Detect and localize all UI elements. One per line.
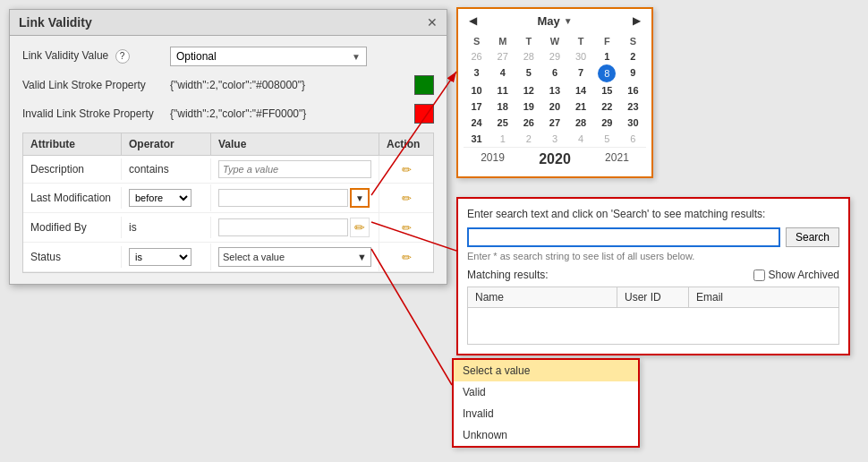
cal-prev-button[interactable]: ◀ (465, 13, 481, 29)
cal-day[interactable]: 24 (464, 115, 489, 131)
cal-month-arrow-icon: ▼ (564, 16, 573, 26)
show-archived-label: Show Archived (769, 269, 839, 281)
day-name-wed: W (541, 34, 567, 48)
cal-day-today[interactable]: 8 (598, 64, 616, 82)
invalid-color-swatch[interactable] (414, 104, 434, 124)
cal-day[interactable]: 5 (594, 131, 620, 147)
table-row: Status is is not Select a value ▼ ✏ (23, 243, 433, 272)
operator-select-lastmod[interactable]: before after on (129, 189, 191, 207)
cal-year-2019[interactable]: 2019 (481, 151, 505, 167)
edit-icon[interactable]: ✏ (402, 163, 412, 176)
cal-day[interactable]: 14 (568, 82, 594, 98)
val-description (211, 156, 379, 183)
col-value: Value (211, 133, 379, 155)
search-input[interactable] (467, 227, 780, 247)
cal-day[interactable]: 2 (620, 48, 646, 64)
action-lastmod: ✏ (379, 187, 433, 210)
validity-value-row: Link Validity Value ? Optional ▼ (22, 47, 434, 66)
cal-day[interactable]: 22 (594, 98, 620, 115)
cal-day[interactable]: 28 (515, 48, 541, 64)
cal-day[interactable]: 15 (594, 82, 620, 98)
cal-grid: S M T W T F S 26 27 28 29 30 1 2 3 4 5 6… (458, 32, 651, 176)
matching-label: Matching results: (467, 269, 549, 281)
close-button[interactable]: ✕ (427, 16, 438, 29)
modified-by-input[interactable] (218, 218, 348, 236)
val-modified-by: ✏ (211, 213, 379, 242)
op-is-modby: is (122, 217, 211, 238)
cal-day[interactable]: 12 (515, 82, 541, 98)
edit-pencil-icon[interactable]: ✏ (350, 218, 370, 237)
col-name: Name (468, 287, 617, 307)
description-input[interactable] (218, 160, 371, 178)
cal-day[interactable]: 13 (541, 82, 567, 98)
cal-day[interactable]: 5 (515, 64, 541, 82)
search-row: Search (467, 227, 839, 247)
cal-year-2020[interactable]: 2020 (539, 151, 571, 167)
search-popup: Enter search text and click on 'Search' … (456, 197, 850, 355)
cal-year-2021[interactable]: 2021 (605, 151, 629, 167)
edit-icon[interactable]: ✏ (402, 221, 412, 235)
cal-day[interactable]: 1 (594, 48, 620, 64)
attr-description: Description (23, 158, 122, 180)
dropdown-option-unknown[interactable]: Unknown (454, 424, 638, 446)
val-last-mod: ▼ (211, 184, 379, 212)
dialog-title: Link Validity (19, 15, 92, 30)
cal-day[interactable]: 21 (568, 98, 594, 115)
cal-day[interactable]: 6 (620, 131, 646, 147)
dropdown-option-valid[interactable]: Valid (454, 381, 638, 403)
cal-day[interactable]: 3 (464, 64, 489, 82)
cal-day[interactable]: 29 (541, 48, 567, 64)
cal-day[interactable]: 6 (541, 64, 567, 82)
conditions-table: Attribute Operator Value Action Descript… (22, 133, 434, 273)
cal-day[interactable]: 16 (620, 82, 646, 98)
dropdown-option-select-value[interactable]: Select a value (454, 360, 638, 381)
date-input[interactable] (218, 189, 348, 207)
operator-select-status[interactable]: is is not (129, 248, 191, 266)
matching-row: Matching results: Show Archived (467, 269, 839, 281)
status-dropdown-arrow-icon: ▼ (357, 252, 367, 262)
validity-value-select[interactable]: Optional ▼ (170, 47, 367, 66)
edit-icon[interactable]: ✏ (402, 192, 412, 205)
dropdown-option-invalid[interactable]: Invalid (454, 403, 638, 424)
cal-day[interactable]: 4 (489, 64, 515, 82)
date-dropdown-button[interactable]: ▼ (350, 188, 370, 208)
cal-next-button[interactable]: ▶ (629, 13, 644, 29)
cal-month-select[interactable]: May ▼ (537, 14, 572, 28)
valid-color-swatch[interactable] (414, 75, 434, 95)
cal-day[interactable]: 29 (594, 115, 620, 131)
cal-day[interactable]: 31 (464, 131, 489, 147)
cal-day[interactable]: 25 (489, 115, 515, 131)
help-icon[interactable]: ? (115, 49, 130, 64)
edit-icon[interactable]: ✏ (402, 251, 412, 264)
cal-day[interactable]: 30 (620, 115, 646, 131)
cal-day[interactable]: 2 (515, 131, 541, 147)
valid-stroke-row: Valid Link Stroke Property {"width":2,"c… (22, 75, 434, 95)
cal-day[interactable]: 27 (541, 115, 567, 131)
calendar-popup: ◀ May ▼ ▶ S M T W T F S 26 27 28 29 30 1… (456, 7, 653, 178)
col-operator: Operator (122, 133, 211, 155)
value-dropdown-popup: Select a value Valid Invalid Unknown (452, 358, 640, 448)
cal-day[interactable]: 18 (489, 98, 515, 115)
cal-day[interactable]: 19 (515, 98, 541, 115)
show-archived-checkbox[interactable] (753, 270, 765, 281)
cal-day[interactable]: 1 (489, 131, 515, 147)
cal-day[interactable]: 9 (620, 64, 646, 82)
cal-day[interactable]: 10 (464, 82, 489, 98)
cal-day[interactable]: 26 (515, 115, 541, 131)
search-button[interactable]: Search (786, 227, 839, 247)
cal-day[interactable]: 7 (568, 64, 594, 82)
invalid-stroke-row: Invalid Link Stroke Property {"width":2,… (22, 104, 434, 124)
search-hint: Enter * as search string to see list of … (467, 251, 839, 261)
cal-day[interactable]: 20 (541, 98, 567, 115)
cal-day[interactable]: 28 (568, 115, 594, 131)
cal-day[interactable]: 17 (464, 98, 489, 115)
cal-day[interactable]: 23 (620, 98, 646, 115)
cal-day[interactable]: 27 (489, 48, 515, 64)
cal-day[interactable]: 26 (464, 48, 489, 64)
cal-day[interactable]: 4 (568, 131, 594, 147)
status-value-select[interactable]: Select a value ▼ (218, 247, 371, 267)
cal-day[interactable]: 11 (489, 82, 515, 98)
cal-day[interactable]: 30 (568, 48, 594, 64)
cal-day[interactable]: 3 (541, 131, 567, 147)
cal-days-header: S M T W T F S (464, 34, 646, 48)
